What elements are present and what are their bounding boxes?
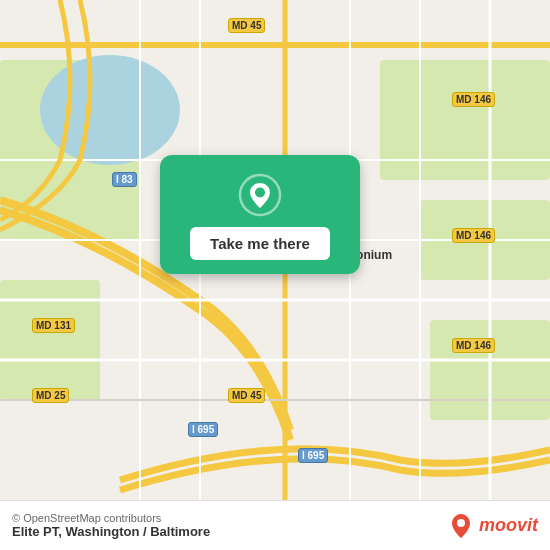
map-container: MD 45 I 83 MD 146 MD 146 MD 146 MD 131 M… bbox=[0, 0, 550, 550]
road-label-i695-left: I 695 bbox=[188, 422, 218, 437]
svg-rect-4 bbox=[0, 280, 100, 400]
take-me-there-button[interactable]: Take me there bbox=[190, 227, 330, 260]
moovit-logo: moovit bbox=[447, 512, 538, 540]
road-label-md131: MD 131 bbox=[32, 318, 75, 333]
svg-rect-2 bbox=[380, 60, 550, 180]
road-label-md146-top: MD 146 bbox=[452, 92, 495, 107]
road-label-md146-mid: MD 146 bbox=[452, 228, 495, 243]
moovit-text: moovit bbox=[479, 515, 538, 536]
app-name-text: Elite PT, Washington / Baltimore bbox=[12, 524, 447, 539]
road-label-md45-bot: MD 45 bbox=[228, 388, 265, 403]
road-label-i695-right: I 695 bbox=[298, 448, 328, 463]
svg-point-20 bbox=[255, 188, 265, 198]
location-pin-icon bbox=[238, 173, 282, 217]
road-label-md25: MD 25 bbox=[32, 388, 69, 403]
road-label-md146-bot: MD 146 bbox=[452, 338, 495, 353]
copyright-text: © OpenStreetMap contributors bbox=[12, 512, 447, 524]
info-bar: © OpenStreetMap contributors Elite PT, W… bbox=[0, 500, 550, 550]
moovit-icon bbox=[447, 512, 475, 540]
road-label-i83: I 83 bbox=[112, 172, 137, 187]
road-label-md45-top: MD 45 bbox=[228, 18, 265, 33]
svg-point-21 bbox=[457, 519, 465, 527]
take-me-there-card: Take me there bbox=[160, 155, 360, 274]
